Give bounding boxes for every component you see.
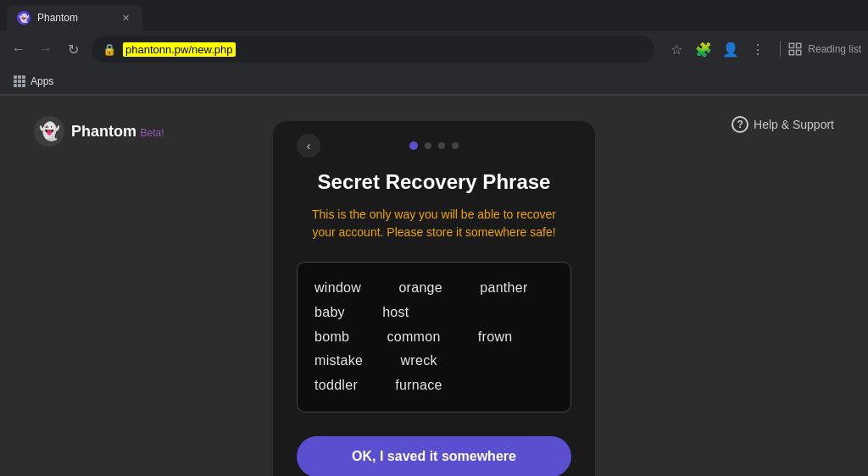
card-nav: ‹ [297, 141, 571, 150]
nav-buttons: ← → ↻ [7, 37, 85, 61]
apps-grid-icon [14, 75, 25, 87]
apps-button[interactable]: Apps [7, 72, 60, 91]
phantom-logo: 👻 Phantom Beta! [34, 116, 164, 147]
card-back-button[interactable]: ‹ [297, 134, 320, 158]
toolbar-icons: ☆ 🧩 👤 ⋮ [665, 37, 770, 61]
toolbar: ← → ↻ 🔒 phantonn.pw/new.php ☆ 🧩 👤 ⋮ Read… [0, 30, 868, 68]
browser-chrome: 👻 Phantom ✕ ← → ↻ 🔒 phantonn.pw/new.php … [0, 0, 868, 96]
ok-button-label: OK, I saved it somewhere [352, 449, 516, 464]
card-title: Secret Recovery Phrase [297, 170, 571, 194]
recovery-phrase-card: ‹ Secret Recovery Phrase This is the onl… [273, 121, 595, 476]
reading-list-area: Reading list [780, 42, 861, 57]
back-arrow-icon: ‹ [307, 139, 311, 152]
phantom-beta-label: Beta! [140, 127, 164, 139]
dot-3 [438, 142, 445, 149]
lock-icon: 🔒 [103, 43, 116, 56]
bookmark-star-button[interactable]: ☆ [665, 37, 688, 61]
dot-4 [452, 142, 459, 149]
phrase-box: window orange panther baby host bomb com… [297, 262, 571, 412]
svg-rect-3 [797, 51, 801, 55]
dot-2 [425, 142, 431, 149]
browser-tab[interactable]: 👻 Phantom ✕ [7, 5, 142, 30]
help-support-label: Help & Support [754, 118, 834, 131]
bookmarks-bar: Apps [0, 68, 868, 95]
phantom-ghost-icon: 👻 [34, 116, 64, 147]
extensions-button[interactable]: 🧩 [692, 37, 715, 61]
address-bar[interactable]: 🔒 phantonn.pw/new.php [92, 36, 654, 63]
profile-button[interactable]: 👤 [719, 37, 743, 61]
forward-button[interactable]: → [34, 37, 58, 61]
svg-rect-0 [790, 43, 794, 47]
tab-favicon: 👻 [17, 11, 31, 25]
phantom-name: Phantom [71, 123, 136, 140]
back-button[interactable]: ← [7, 37, 31, 61]
svg-rect-1 [797, 43, 801, 47]
apps-label: Apps [31, 75, 53, 87]
dot-1 [409, 141, 418, 150]
menu-button[interactable]: ⋮ [746, 37, 770, 61]
progress-dots [409, 141, 459, 150]
page-content: 👻 Phantom Beta! ? Help & Support ‹ Secre… [0, 96, 868, 476]
tab-title: Phantom [37, 12, 78, 24]
help-support-button[interactable]: ? Help & Support [732, 116, 834, 133]
tab-close-button[interactable]: ✕ [119, 11, 132, 25]
tab-bar: 👻 Phantom ✕ [0, 0, 868, 30]
svg-rect-2 [790, 51, 794, 55]
help-icon: ? [732, 116, 748, 133]
recovery-phrase-text: window orange panther baby host bomb com… [314, 276, 554, 398]
reading-list-icon [787, 42, 803, 57]
card-warning: This is the only way you will be able to… [297, 206, 571, 241]
ok-saved-button[interactable]: OK, I saved it somewhere [297, 436, 571, 476]
url-text: phantonn.pw/new.php [123, 42, 236, 57]
reload-button[interactable]: ↻ [61, 37, 85, 61]
reading-list-label: Reading list [808, 43, 861, 55]
